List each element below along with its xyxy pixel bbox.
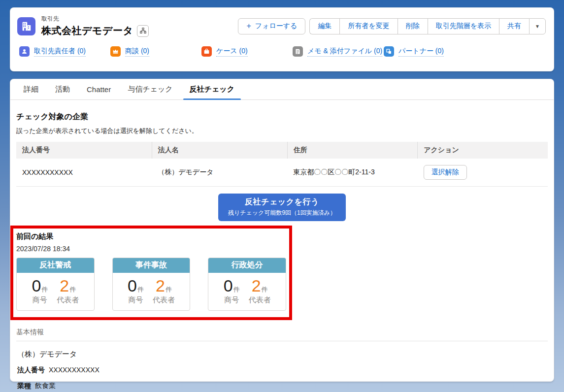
share-button[interactable]: 共有 — [499, 18, 529, 34]
stat-representative: 2件 代表者 — [57, 277, 79, 305]
run-antisocial-check-button[interactable]: 反社チェックを行う 残りチェック可能数9回（1回実施済み） — [218, 194, 346, 221]
stat-representative: 2件 代表者 — [249, 277, 271, 305]
building-icon-glyph — [21, 21, 32, 32]
related-link-label: ケース (0) — [216, 47, 248, 57]
account-building-icon — [17, 17, 35, 35]
show-hierarchy-button[interactable]: 取引先階層を表示 — [428, 18, 499, 34]
column-header-address: 住所 — [287, 142, 417, 159]
hierarchy-icon — [140, 28, 146, 34]
record-detail-card: 詳細 活動 Chatter 与信チェック 反社チェック チェック対象の企業 誤っ… — [10, 79, 554, 382]
change-owner-button[interactable]: 所有者を変更 — [339, 18, 397, 34]
related-link-notes-attachments[interactable]: メモ & 添付ファイル (0) — [293, 46, 384, 57]
previous-result-timestamp: 2023/07/28 18:34 — [16, 245, 286, 253]
check-target-heading: チェック対象の企業 — [16, 112, 548, 122]
divider — [16, 341, 548, 341]
cell-corporate-name: （株）デモデータ — [152, 159, 287, 187]
previous-result-highlight-box: 前回の結果 2023/07/28 18:34 反社警戒 0件 商号 2件 代表者 — [10, 226, 292, 320]
cell-corporate-number: XXXXXXXXXXX — [16, 159, 152, 187]
column-header-action: アクション — [418, 142, 548, 159]
basic-info-industry: 業種飲食業 — [17, 382, 548, 391]
note-icon — [293, 46, 303, 57]
related-link-cases[interactable]: ケース (0) — [201, 46, 293, 57]
basic-info-heading: 基本情報 — [16, 328, 548, 337]
hierarchy-button[interactable] — [137, 25, 149, 37]
result-card-administrative-action: 行政処分 0件 商号 2件 代表者 — [208, 258, 286, 311]
run-button-remaining-count: 残りチェック可能数9回（1回実施済み） — [228, 209, 336, 217]
stat-trade-name: 0件 商号 — [224, 277, 240, 305]
basic-info-company-name: （株）デモデータ — [17, 350, 548, 359]
check-target-table: 法人番号 法人名 住所 アクション XXXXXXXXXXX （株）デモデータ 東… — [16, 142, 548, 187]
page-title: 株式会社デモデータ — [41, 24, 133, 37]
column-header-corporate-name: 法人名 — [152, 142, 287, 159]
related-link-label: 取引先責任者 (0) — [34, 47, 86, 57]
delete-button[interactable]: 削除 — [398, 18, 428, 34]
tab-credit-check[interactable]: 与信チェック — [119, 79, 181, 99]
account-header-card: 取引先 株式会社デモデータ + フォローする 編集 所有者を変更 — [10, 7, 554, 71]
tab-details[interactable]: 詳細 — [15, 79, 47, 99]
related-link-contacts[interactable]: 取引先責任者 (0) — [19, 46, 110, 57]
previous-result-heading: 前回の結果 — [16, 232, 286, 241]
tab-activity[interactable]: 活動 — [47, 79, 78, 99]
result-card-antisocial-alert: 反社警戒 0件 商号 2件 代表者 — [16, 258, 95, 311]
column-header-corporate-number: 法人番号 — [16, 142, 152, 159]
basic-info-corporate-number: 法人番号XXXXXXXXXXX — [17, 366, 548, 375]
follow-button-label: フォローする — [255, 22, 298, 31]
stat-representative: 2件 代表者 — [153, 277, 175, 305]
deselect-button[interactable]: 選択解除 — [424, 165, 467, 180]
cell-address: 東京都〇〇区〇〇町2-11-3 — [287, 159, 417, 187]
partner-icon — [384, 46, 394, 57]
opportunity-icon — [110, 46, 121, 57]
result-card-title: 行政処分 — [208, 258, 286, 273]
chevron-down-icon: ▼ — [535, 24, 540, 29]
tab-antisocial-check[interactable]: 反社チェック — [181, 79, 243, 99]
case-icon — [201, 46, 212, 57]
stat-trade-name: 0件 商号 — [128, 277, 144, 305]
check-target-description: 誤った企業が表示されている場合は選択を解除してください。 — [16, 127, 548, 135]
tab-chatter[interactable]: Chatter — [78, 79, 119, 99]
stat-trade-name: 0件 商号 — [32, 277, 48, 305]
related-link-label: メモ & 添付ファイル (0) — [307, 47, 382, 57]
object-type-label: 取引先 — [41, 15, 149, 23]
related-link-opportunities[interactable]: 商談 (0) — [110, 46, 201, 57]
edit-button[interactable]: 編集 — [309, 18, 339, 34]
result-card-title: 事件事故 — [113, 258, 190, 273]
result-card-title: 反社警戒 — [17, 258, 94, 273]
run-button-title: 反社チェックを行う — [228, 197, 336, 207]
record-action-button-group: 編集 所有者を変更 削除 取引先階層を表示 共有 ▼ — [309, 18, 546, 34]
related-link-label: 商談 (0) — [125, 47, 149, 57]
result-cards-row: 反社警戒 0件 商号 2件 代表者 事件事故 — [16, 258, 286, 311]
tab-bar: 詳細 活動 Chatter 与信チェック 反社チェック — [10, 79, 554, 100]
more-actions-button[interactable]: ▼ — [529, 18, 546, 34]
related-link-partners[interactable]: パートナー (0) — [384, 46, 444, 57]
related-lists-row: 取引先責任者 (0) 商談 (0) ケース (0) メモ & 添付ファイル (0… — [17, 46, 546, 57]
plus-icon: + — [246, 22, 251, 31]
follow-button[interactable]: + フォローする — [238, 18, 305, 34]
table-row: XXXXXXXXXXX （株）デモデータ 東京都〇〇区〇〇町2-11-3 選択解… — [16, 159, 548, 187]
result-card-incident-accident: 事件事故 0件 商号 2件 代表者 — [112, 258, 191, 311]
contact-icon — [19, 46, 30, 57]
related-link-label: パートナー (0) — [398, 47, 444, 57]
